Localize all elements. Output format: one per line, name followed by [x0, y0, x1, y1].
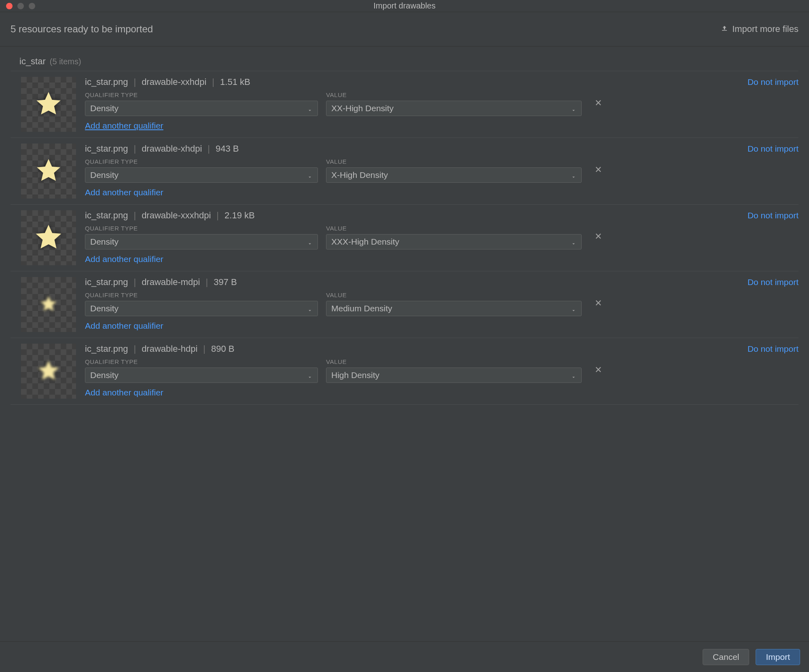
group-header: ic_star (5 items): [11, 46, 798, 71]
thumbnail: [21, 77, 76, 132]
value-text: X-High Density: [331, 170, 388, 180]
chevron-down-icon: [307, 239, 313, 245]
remove-qualifier-button[interactable]: ✕: [594, 165, 603, 175]
do-not-import-link[interactable]: Do not import: [748, 144, 798, 154]
qualifier-type-select[interactable]: Density: [85, 167, 318, 183]
remove-qualifier-button[interactable]: ✕: [594, 98, 603, 108]
window-title: Import drawables: [373, 1, 435, 11]
import-more-icon: [721, 24, 728, 34]
resource-row: ic_star.png | drawable-xxxhdpi | 2.19 kB…: [11, 205, 798, 271]
chevron-down-icon: [571, 372, 576, 378]
qualifier-type-value: Density: [90, 170, 119, 180]
star-icon: [36, 358, 61, 385]
chevron-down-icon: [571, 106, 576, 111]
remove-qualifier-button[interactable]: ✕: [594, 298, 603, 309]
value-label: VALUE: [326, 225, 582, 232]
qualifier-type-select[interactable]: Density: [85, 101, 318, 116]
chevron-down-icon: [571, 172, 576, 178]
folder-name: drawable-xxhdpi: [142, 77, 206, 87]
chevron-down-icon: [571, 239, 576, 245]
add-qualifier-link[interactable]: Add another qualifier: [85, 388, 798, 397]
ready-count-text: 5 resources ready to be imported: [11, 23, 153, 35]
do-not-import-link[interactable]: Do not import: [748, 211, 798, 220]
dialog-footer: Cancel Import: [0, 641, 809, 672]
qualifier-type-value: Density: [90, 304, 119, 313]
import-more-files-button[interactable]: Import more files: [721, 24, 798, 34]
file-size: 397 B: [214, 277, 237, 287]
value-text: XX-High Density: [331, 104, 394, 113]
resource-row: ic_star.png | drawable-xhdpi | 943 B Do …: [11, 138, 798, 205]
content-area: ic_star (5 items) ic_star.png | drawable…: [0, 46, 809, 635]
file-meta: ic_star.png | drawable-mdpi | 397 B: [85, 277, 237, 287]
add-qualifier-link[interactable]: Add another qualifier: [85, 321, 798, 331]
file-meta: ic_star.png | drawable-xhdpi | 943 B: [85, 144, 239, 154]
value-select[interactable]: High Density: [326, 368, 582, 383]
file-meta: ic_star.png | drawable-hdpi | 890 B: [85, 344, 235, 354]
value-text: High Density: [331, 370, 379, 380]
file-size: 890 B: [211, 344, 235, 354]
file-meta: ic_star.png | drawable-xxxhdpi | 2.19 kB: [85, 210, 255, 221]
file-name: ic_star.png: [85, 210, 128, 221]
do-not-import-link[interactable]: Do not import: [748, 344, 798, 354]
add-qualifier-link[interactable]: Add another qualifier: [85, 188, 798, 197]
cancel-button[interactable]: Cancel: [703, 649, 749, 665]
qualifier-type-select[interactable]: Density: [85, 368, 318, 383]
thumbnail: [21, 144, 76, 199]
file-size: 1.51 kB: [220, 77, 250, 87]
value-text: Medium Density: [331, 304, 392, 313]
qualifier-type-label: QUALIFIER TYPE: [85, 91, 318, 98]
qualifier-type-label: QUALIFIER TYPE: [85, 225, 318, 232]
qualifier-type-select[interactable]: Density: [85, 234, 318, 249]
file-size: 2.19 kB: [224, 210, 255, 221]
minimize-window-button[interactable]: [17, 3, 24, 9]
folder-name: drawable-mdpi: [142, 277, 200, 287]
folder-name: drawable-xxxhdpi: [142, 210, 211, 221]
close-window-button[interactable]: [6, 3, 13, 9]
folder-name: drawable-hdpi: [142, 344, 197, 354]
star-icon: [39, 294, 58, 315]
value-select[interactable]: Medium Density: [326, 301, 582, 316]
star-icon: [34, 89, 63, 120]
file-name: ic_star.png: [85, 77, 128, 87]
folder-name: drawable-xhdpi: [142, 144, 202, 154]
value-label: VALUE: [326, 358, 582, 365]
add-qualifier-link[interactable]: Add another qualifier: [85, 121, 798, 131]
thumbnail: [21, 277, 76, 332]
import-more-label: Import more files: [732, 24, 798, 34]
qualifier-type-label: QUALIFIER TYPE: [85, 358, 318, 365]
do-not-import-link[interactable]: Do not import: [748, 277, 798, 287]
qualifier-type-value: Density: [90, 104, 119, 113]
thumbnail: [21, 344, 76, 399]
resource-row: ic_star.png | drawable-hdpi | 890 B Do n…: [11, 338, 798, 405]
star-icon: [33, 222, 64, 254]
value-select[interactable]: XXX-High Density: [326, 234, 582, 249]
remove-qualifier-button[interactable]: ✕: [594, 365, 603, 375]
chevron-down-icon: [307, 372, 313, 378]
remove-qualifier-button[interactable]: ✕: [594, 231, 603, 242]
thumbnail: [21, 210, 76, 265]
group-count: (5 items): [50, 57, 81, 66]
qualifier-type-label: QUALIFIER TYPE: [85, 292, 318, 298]
do-not-import-link[interactable]: Do not import: [748, 77, 798, 87]
traffic-lights: [0, 3, 35, 9]
chevron-down-icon: [307, 172, 313, 178]
file-name: ic_star.png: [85, 277, 128, 287]
add-qualifier-link[interactable]: Add another qualifier: [85, 254, 798, 264]
value-select[interactable]: X-High Density: [326, 167, 582, 183]
zoom-window-button[interactable]: [29, 3, 35, 9]
value-label: VALUE: [326, 158, 582, 165]
qualifier-type-value: Density: [90, 237, 119, 247]
qualifier-type-label: QUALIFIER TYPE: [85, 158, 318, 165]
qualifier-type-select[interactable]: Density: [85, 301, 318, 316]
resource-row: ic_star.png | drawable-xxhdpi | 1.51 kB …: [11, 71, 798, 138]
chevron-down-icon: [307, 106, 313, 111]
group-name: ic_star: [19, 56, 46, 67]
file-name: ic_star.png: [85, 144, 128, 154]
value-select[interactable]: XX-High Density: [326, 101, 582, 116]
import-button[interactable]: Import: [756, 649, 800, 665]
value-label: VALUE: [326, 91, 582, 98]
file-name: ic_star.png: [85, 344, 128, 354]
chevron-down-icon: [307, 306, 313, 311]
file-size: 943 B: [216, 144, 239, 154]
star-icon: [34, 156, 63, 186]
